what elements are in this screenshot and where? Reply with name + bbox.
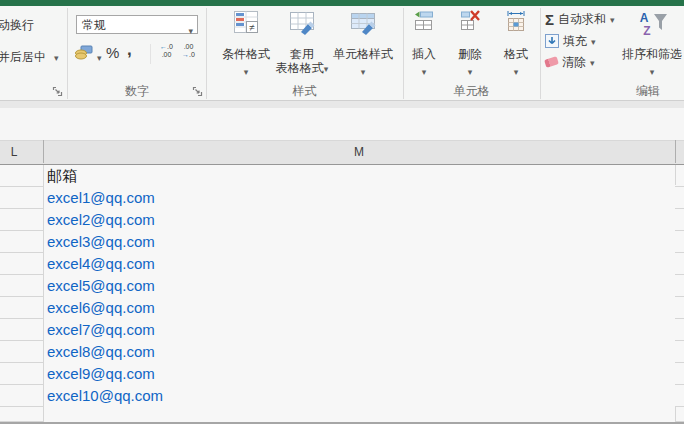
chevron-down-icon xyxy=(620,64,684,78)
format-as-table-label-2: 表格格式 xyxy=(272,60,332,77)
cell-styles-label: 单元格样式 xyxy=(333,46,393,63)
chevron-down-icon xyxy=(333,64,393,78)
excel-window: 动换行 并后居中 常规 % , ← xyxy=(0,0,684,424)
cell-styles-icon xyxy=(350,10,376,36)
conditional-formatting-icon: ≠ xyxy=(233,10,259,36)
fill-icon xyxy=(545,34,559,48)
formula-bar-area xyxy=(0,108,684,140)
cell-m8-email-link[interactable]: excel7@qq.com xyxy=(47,319,155,341)
autosum-sigma-icon: Σ xyxy=(545,11,554,28)
gridline xyxy=(43,165,44,422)
cell-styles-button[interactable]: 单元格样式 xyxy=(333,8,393,78)
sort-filter-icon: A Z xyxy=(636,10,668,38)
svg-text:Z: Z xyxy=(643,24,650,38)
cell-m7-email-link[interactable]: excel6@qq.com xyxy=(47,297,155,319)
chevron-down-icon xyxy=(188,21,193,40)
clear-button[interactable]: 清除 xyxy=(545,53,595,71)
number-format-value: 常规 xyxy=(82,18,106,32)
dialog-launcher-icon xyxy=(52,86,63,97)
merge-center-button[interactable]: 并后居中 xyxy=(0,49,59,66)
column-header-l[interactable]: L xyxy=(0,141,28,164)
autosum-button[interactable]: Σ 自动求和 xyxy=(545,10,615,28)
accounting-format-icon xyxy=(74,45,94,61)
cell-m9-email-link[interactable]: excel8@qq.com xyxy=(47,341,155,363)
wrap-text-button[interactable]: 动换行 xyxy=(0,17,34,34)
fill-button[interactable]: 填充 xyxy=(545,32,596,50)
cell-m11-email-link[interactable]: excel10@qq.com xyxy=(47,385,163,407)
accounting-format-button[interactable] xyxy=(74,45,106,63)
chevron-down-icon xyxy=(610,12,615,26)
number-group-label: 数字 xyxy=(68,83,206,100)
insert-label: 插入 xyxy=(404,46,444,63)
delete-label: 删除 xyxy=(450,46,490,63)
chevron-down-icon xyxy=(496,64,536,78)
cell-m5-email-link[interactable]: excel4@qq.com xyxy=(47,253,155,275)
chevron-down-icon xyxy=(450,64,490,78)
svg-text:A: A xyxy=(640,11,649,25)
number-format-select[interactable]: 常规 xyxy=(76,15,198,34)
column-header-row: L M xyxy=(0,140,684,166)
eraser-icon xyxy=(544,56,559,68)
sort-filter-button[interactable]: A Z 排序和筛选 xyxy=(620,8,684,78)
chevron-down-icon xyxy=(97,50,102,64)
cell-m10-email-link[interactable]: excel9@qq.com xyxy=(47,363,155,385)
decrease-decimal-icon-2: →.0 xyxy=(178,51,199,59)
svg-text:≠: ≠ xyxy=(249,22,255,33)
insert-cells-icon xyxy=(414,10,434,32)
merge-center-label: 并后居中 xyxy=(0,50,46,64)
gridline xyxy=(675,407,676,421)
chevron-down-icon xyxy=(591,34,596,48)
cell-m3-email-link[interactable]: excel2@qq.com xyxy=(47,209,155,231)
fill-label: 填充 xyxy=(563,33,587,50)
decrease-decimal-button[interactable]: .00 →.0 xyxy=(178,43,199,63)
header-border xyxy=(675,140,676,163)
format-label: 格式 xyxy=(496,46,536,63)
chevron-down-icon xyxy=(324,61,329,75)
cell-m6-email-link[interactable]: excel5@qq.com xyxy=(47,275,155,297)
ribbon-bottom-band xyxy=(0,100,684,108)
comma-style-button[interactable]: , xyxy=(127,40,132,60)
percent-style-button[interactable]: % xyxy=(106,44,119,61)
column-header-m[interactable]: M xyxy=(43,141,675,164)
format-cells-icon xyxy=(506,10,526,32)
format-as-table-button[interactable]: 套用 表格格式 xyxy=(272,8,332,78)
delete-cells-button[interactable]: 删除 xyxy=(450,8,490,78)
cell-m1[interactable]: 邮箱 xyxy=(47,165,77,187)
clear-label: 清除 xyxy=(562,54,586,71)
insert-cells-button[interactable]: 插入 xyxy=(404,8,444,78)
header-border xyxy=(43,140,44,163)
autosum-label: 自动求和 xyxy=(558,11,606,28)
chevron-down-icon xyxy=(404,64,444,78)
conditional-formatting-label: 条件格式 xyxy=(216,46,276,63)
cell-m4-email-link[interactable]: excel3@qq.com xyxy=(47,231,155,253)
editing-group-label: 编辑 xyxy=(540,83,684,100)
separator xyxy=(150,44,151,64)
gridlines-left xyxy=(0,165,43,408)
chevron-down-icon xyxy=(54,50,59,64)
gridlines-right xyxy=(675,165,684,408)
gridline xyxy=(675,165,676,185)
ribbon: 动换行 并后居中 常规 % , ← xyxy=(0,6,684,101)
increase-decimal-icon: ←.0 xyxy=(156,43,177,51)
conditional-formatting-button[interactable]: ≠ 条件格式 xyxy=(216,8,276,78)
increase-decimal-button[interactable]: ←.0 .00 xyxy=(156,43,177,63)
styles-group-label: 样式 xyxy=(206,83,403,100)
decrease-decimal-icon: .00 xyxy=(178,43,199,51)
format-as-table-icon xyxy=(289,10,315,36)
cell-m2-email-link[interactable]: excel1@qq.com xyxy=(47,187,155,209)
cells-group-label: 单元格 xyxy=(403,83,540,100)
sort-filter-label: 排序和筛选 xyxy=(620,46,684,63)
chevron-down-icon xyxy=(216,64,276,78)
chevron-down-icon xyxy=(590,55,595,69)
increase-decimal-icon-2: .00 xyxy=(156,51,177,59)
alignment-dialog-launcher[interactable] xyxy=(52,84,63,95)
format-cells-button[interactable]: 格式 xyxy=(496,8,536,78)
delete-cells-icon xyxy=(460,10,480,32)
